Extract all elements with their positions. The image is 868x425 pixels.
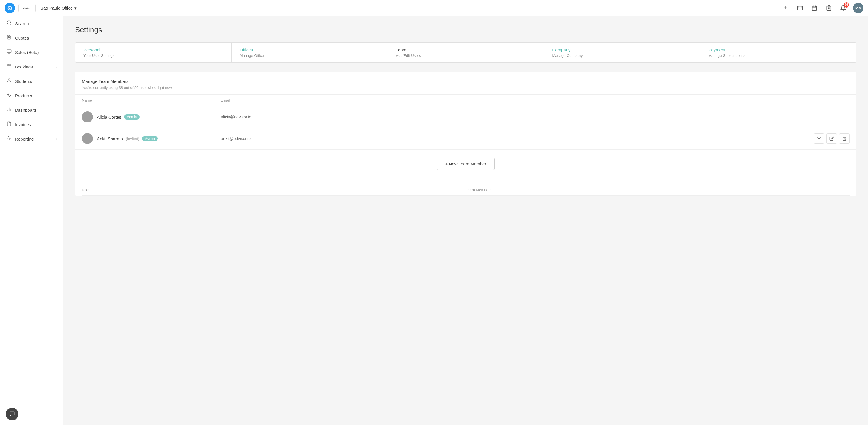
main-content: Settings Personal Your User Settings Off… — [63, 16, 868, 425]
tab-company-name: Company — [552, 47, 692, 52]
delete-action-button-ankit[interactable] — [839, 133, 849, 144]
sidebar-item-products[interactable]: Products › — [0, 88, 63, 103]
member-row-ankit: Ankit Sharma (Invited) Admin ankit@edvis… — [75, 128, 857, 149]
svg-point-23 — [8, 79, 10, 80]
member-email-alicia: alicia@edvisor.io — [221, 115, 849, 119]
dashboard-icon — [7, 107, 11, 113]
admin-badge-ankit: Admin — [142, 136, 158, 141]
roles-header-row: Roles Team Members — [82, 184, 849, 196]
col-team-members-header: Team Members — [466, 188, 849, 192]
chevron-icon: › — [56, 21, 57, 25]
col-email-header: Email — [220, 98, 849, 103]
bookings-icon — [7, 63, 11, 70]
sidebar-reporting-label: Reporting — [15, 137, 53, 141]
sidebar: Search › Quotes Sales (Beta) Bookings › — [0, 16, 63, 425]
user-avatar[interactable]: MA — [853, 3, 863, 13]
member-email-ankit: ankit@edvisor.io — [221, 136, 849, 141]
delete-action-button[interactable] — [839, 112, 849, 122]
notifications-button[interactable]: 36 — [839, 3, 848, 13]
add-button[interactable]: + — [781, 3, 790, 13]
chevron-icon: › — [56, 137, 57, 141]
sidebar-item-invoices[interactable]: Invoices — [0, 117, 63, 132]
sidebar-item-reporting[interactable]: Reporting › — [0, 132, 63, 146]
email-action-button-ankit[interactable] — [814, 133, 824, 144]
svg-point-11 — [7, 21, 10, 24]
tab-offices-name: Offices — [240, 47, 379, 52]
svg-rect-19 — [7, 64, 11, 68]
sidebar-item-students[interactable]: Students — [0, 74, 63, 88]
tab-company[interactable]: Company Manage Company — [544, 43, 700, 62]
search-icon — [7, 20, 11, 27]
main-layout: Search › Quotes Sales (Beta) Bookings › — [0, 16, 868, 425]
clipboard-button[interactable] — [824, 3, 833, 13]
calendar-button[interactable] — [810, 3, 819, 13]
svg-point-2 — [9, 7, 11, 9]
section-title: Manage Team Members — [82, 79, 849, 84]
sales-icon — [7, 49, 11, 55]
chevron-icon: › — [56, 93, 57, 97]
tab-team[interactable]: Team Add/Edit Users — [388, 43, 544, 62]
settings-tabs: Personal Your User Settings Offices Mana… — [75, 42, 857, 63]
sidebar-item-sales[interactable]: Sales (Beta) — [0, 45, 63, 59]
messages-button[interactable] — [795, 3, 805, 13]
app-logo — [5, 3, 15, 13]
member-avatar-alicia — [82, 111, 93, 122]
member-invited-label: (Invited) — [126, 137, 139, 141]
sidebar-item-bookings[interactable]: Bookings › — [0, 59, 63, 74]
edit-action-button-ankit[interactable] — [827, 133, 837, 144]
tab-team-sub: Add/Edit Users — [396, 53, 536, 58]
slots-info: You're currently using 38 out of 50 user… — [82, 85, 849, 90]
tab-offices[interactable]: Offices Manage Office — [231, 43, 388, 62]
member-name-area-ankit: Ankit Sharma (Invited) Admin — [97, 136, 221, 141]
col-roles-header: Roles — [82, 188, 466, 192]
sidebar-products-label: Products — [15, 93, 53, 98]
header-actions: + 36 MA — [781, 3, 863, 13]
member-avatar-ankit — [82, 133, 93, 144]
quotes-icon — [7, 35, 11, 41]
students-icon — [7, 78, 11, 84]
team-section: Manage Team Members You're currently usi… — [75, 72, 857, 196]
sidebar-bottom — [0, 403, 63, 425]
email-action-button[interactable] — [814, 112, 824, 122]
member-row-alicia: Alicia Cortes Admin alicia@edvisor.io — [75, 106, 857, 128]
tab-team-name: Team — [396, 47, 536, 52]
new-team-member-button[interactable]: + New Team Member — [437, 158, 495, 170]
office-selector[interactable]: Sao Paulo Office ▾ — [40, 5, 77, 11]
svg-rect-16 — [7, 50, 11, 53]
products-icon — [7, 92, 11, 99]
svg-rect-4 — [812, 6, 817, 10]
member-name-ankit: Ankit Sharma — [97, 136, 123, 141]
sidebar-item-quotes[interactable]: Quotes — [0, 31, 63, 45]
tab-payment-name: Payment — [708, 47, 848, 52]
sidebar-item-search[interactable]: Search › — [0, 16, 63, 31]
tab-payment-sub: Manage Subscriptions — [708, 53, 848, 58]
sidebar-students-label: Students — [15, 79, 57, 84]
office-name: Sao Paulo Office — [40, 5, 73, 10]
sidebar-invoices-label: Invoices — [15, 122, 57, 127]
chat-button[interactable] — [6, 408, 19, 420]
edit-action-button[interactable] — [827, 112, 837, 122]
notification-badge: 36 — [844, 2, 849, 7]
admin-badge-alicia: Admin — [124, 114, 140, 119]
sidebar-sales-label: Sales (Beta) — [15, 50, 57, 55]
section-info: Manage Team Members You're currently usi… — [82, 79, 849, 90]
new-member-area: + New Team Member — [75, 149, 857, 178]
sidebar-dashboard-label: Dashboard — [15, 108, 57, 113]
member-name-area-alicia: Alicia Cortes Admin — [97, 114, 221, 119]
roles-section: Roles Team Members — [75, 178, 857, 196]
tab-personal-name: Personal — [83, 47, 223, 52]
table-header: Name Email — [75, 95, 857, 106]
sidebar-search-label: Search — [15, 21, 53, 26]
tab-personal[interactable]: Personal Your User Settings — [75, 43, 231, 62]
brand-logo: edvisor — [19, 4, 36, 12]
chevron-icon: › — [56, 65, 57, 69]
tab-payment[interactable]: Payment Manage Subscriptions — [700, 43, 856, 62]
member-actions-ankit — [814, 133, 849, 144]
tab-personal-sub: Your User Settings — [83, 53, 223, 58]
tab-company-sub: Manage Company — [552, 53, 692, 58]
sidebar-quotes-label: Quotes — [15, 35, 57, 40]
office-chevron-icon: ▾ — [74, 5, 77, 11]
invoices-icon — [7, 121, 11, 128]
section-header: Manage Team Members You're currently usi… — [75, 72, 857, 95]
sidebar-item-dashboard[interactable]: Dashboard — [0, 103, 63, 117]
